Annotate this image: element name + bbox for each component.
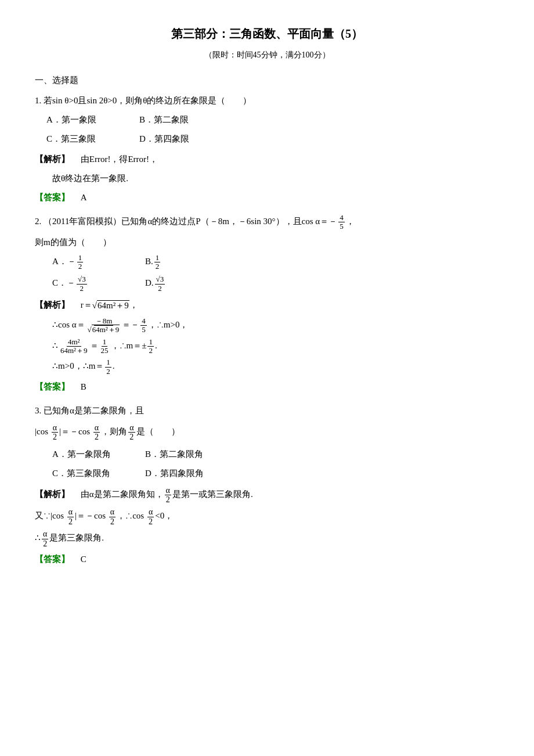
q1-options-2: C．第三象限 D．第四象限 [46,131,499,147]
q2-answer-label: 【答案】 [35,382,70,391]
q3-answer: 【答案】 C [35,552,499,567]
q2-num: 2. [35,217,41,226]
q3-option-a: A．第一象限角 [52,447,122,462]
q3-cos-frac1: α2 [52,423,58,442]
q2-cos-val-frac: 45 [140,317,147,334]
q3-analysis-line3: ∴α2是第三象限角. [35,530,499,548]
q1-answer: 【答案】 A [35,190,499,206]
page-subtitle: （限时：时间45分钟，满分100分） [35,48,499,62]
q2-m-final-frac: 12 [105,358,111,376]
q2-sqrt: √64m²＋9 [92,298,129,314]
q3-option-d: D．第四象限角 [145,466,215,481]
q1-option-a: A．第一象限 [46,112,116,128]
q2-options-row1: A．－12 B.12 [52,254,499,271]
q3-text: 3. 已知角α是第二象限角，且 [35,403,499,419]
q3-analysis-line2: 又∵|cos α2|＝－cos α2，∴cos α2<0， [35,507,499,526]
q3-answer-value: C [72,555,86,564]
q3-num: 3. [35,406,41,415]
section-label: 一、选择题 [35,73,499,88]
q3-cos-analysis-frac2: α2 [109,507,116,526]
q1-analysis-label: 【解析】 [35,154,70,164]
question-1: 1. 若sin θ>0且sin 2θ>0，则角θ的终边所在象限是（ ） A．第一… [35,93,499,206]
q2-analysis-cos: ∴cos α＝－8m√64m²＋9＝－45，∴m>0， [52,317,499,334]
q3-cos-analysis-frac3: α2 [147,507,154,526]
q2-option-d: D.√32 [145,275,215,293]
q2-4m2-frac: 4m²64m²＋9 [59,338,89,355]
q2-answer-value: B [72,382,86,391]
q3-options-row1: A．第一象限角 B．第二象限角 [52,447,499,462]
q1-text: 1. 若sin θ>0且sin 2θ>0，则角θ的终边所在象限是（ ） [35,93,499,109]
q2-a-frac: 12 [77,254,84,271]
q1-answer-label: 【答案】 [35,193,70,202]
q2-answer: 【答案】 B [35,379,499,395]
q1-option-b: B．第二象限 [139,112,209,128]
q3-conclusion-frac: α2 [42,530,48,548]
question-3: 3. 已知角α是第二象限角，且 |cos α2|＝－cos α2，则角α2是（ … [35,403,499,567]
q2-analysis: 【解析】 r＝√64m²＋9， [35,297,499,314]
q2-c-frac: √32 [77,275,87,293]
q2-analysis-label: 【解析】 [35,300,70,309]
q2-b-frac: 12 [154,254,161,271]
q3-analysis: 【解析】 由α是第二象限角知，α2是第一或第三象限角. [35,486,499,505]
q1-analysis-text: 由Error!，得Error!， [72,154,158,164]
q2-cos-frac: 45 [338,214,345,231]
q2-text2: 则m的值为（ ） [35,235,499,250]
q1-option-c: C．第三象限 [46,131,116,147]
q2-option-c: C．－√32 [52,275,122,293]
q3-cos-frac2: α2 [93,423,100,442]
q1-analysis: 【解析】 由Error!，得Error!， [35,152,499,167]
q3-options-row2: C．第三象限角 D．第四象限角 [52,466,499,481]
q3-condition: |cos α2|＝－cos α2，则角α2是（ ） [35,423,499,442]
q1-option-d: D．第四象限 [139,131,209,147]
page-title: 第三部分：三角函数、平面向量（5） [35,23,499,44]
q2-d-frac: √32 [155,275,165,293]
q3-alpha2-frac: α2 [165,486,171,505]
q2-option-b: B.12 [145,254,215,271]
q3-analysis-label: 【解析】 [35,489,70,499]
q2-text: 2. （2011年富阳模拟）已知角α的终边过点P（－8m，－6sin 30°），… [35,214,499,231]
question-2: 2. （2011年富阳模拟）已知角α的终边过点P（－8m，－6sin 30°），… [35,214,499,395]
q1-options: A．第一象限 B．第二象限 [46,112,499,128]
q3-option-b: B．第二象限角 [145,447,215,462]
q2-option-a: A．－12 [52,254,122,271]
q1-answer-value: A [72,193,87,202]
q2-analysis-4m2: ∴4m²64m²＋9＝125，∴m＝±12. [52,338,499,355]
q2-m-frac: 12 [147,338,154,355]
q2-rhs-frac: 125 [100,338,110,355]
q3-angle-frac: α2 [128,423,135,442]
q3-option-c: C．第三象限角 [52,466,122,481]
q2-cos-calc-frac: －8m√64m²＋9 [86,317,121,334]
q3-cos-analysis-frac1: α2 [67,507,74,526]
q2-analysis-final: ∴m>0，∴m＝12. [52,358,499,376]
q1-analysis-line2: 故θ终边在第一象限. [52,171,499,186]
q3-answer-label: 【答案】 [35,555,70,564]
q2-options-row2: C．－√32 D.√32 [52,275,499,293]
